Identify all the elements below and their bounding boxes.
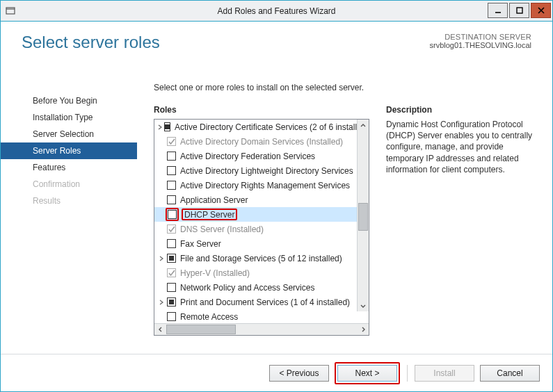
role-label: Print and Document Services (1 of 4 inst…: [180, 297, 350, 307]
role-label-highlight: DHCP Server: [182, 209, 237, 220]
scroll-up-icon[interactable]: [358, 120, 369, 131]
role-row[interactable]: Active Directory Federation Services: [154, 149, 369, 163]
role-checkbox-highlight: [166, 208, 179, 221]
role-row[interactable]: Active Directory Certificate Services (2…: [154, 120, 369, 134]
install-button: Install: [415, 365, 474, 382]
role-row[interactable]: Network Policy and Access Services: [154, 280, 369, 295]
role-checkbox: [167, 137, 176, 146]
wizard-window: Add Roles and Features Wizard Select ser…: [0, 0, 553, 392]
role-row[interactable]: Remote Access: [154, 309, 369, 323]
role-checkbox[interactable]: [167, 254, 176, 263]
expand-icon[interactable]: [157, 256, 166, 261]
role-checkbox: [167, 224, 176, 234]
titlebar: Add Roles and Features Wizard: [1, 1, 552, 22]
wizard-icon: [5, 6, 16, 17]
content-area: Select one or more roles to install on t…: [137, 83, 552, 354]
next-button[interactable]: Next >: [337, 365, 397, 382]
role-label: DNS Server (Installed): [180, 224, 264, 234]
main-area: Before You BeginInstallation TypeServer …: [1, 83, 552, 354]
nav-item-before-you-begin[interactable]: Before You Begin: [1, 92, 137, 109]
role-row[interactable]: Hyper-V (Installed): [154, 266, 369, 280]
nav-item-confirmation: Confirmation: [1, 176, 137, 193]
role-label: DHCP Server: [184, 210, 234, 220]
horizontal-scroll-track[interactable]: [166, 324, 357, 335]
description-column: Description Dynamic Host Configuration P…: [386, 105, 541, 336]
roles-column: Roles Active Directory Certificate Servi…: [154, 105, 369, 336]
role-row[interactable]: Fax Server: [154, 236, 369, 251]
role-checkbox[interactable]: [167, 195, 176, 204]
role-row[interactable]: Active Directory Lightweight Directory S…: [154, 163, 369, 178]
role-checkbox[interactable]: [164, 122, 170, 131]
nav-item-installation-type[interactable]: Installation Type: [1, 109, 137, 126]
scroll-right-icon[interactable]: [357, 324, 369, 335]
button-bar: < Previous Next > Install Cancel: [1, 354, 552, 391]
description-text: Dynamic Host Configuration Protocol (DHC…: [386, 119, 541, 175]
page-header: Select server roles DESTINATION SERVER s…: [1, 22, 552, 72]
wizard-nav: Before You BeginInstallation TypeServer …: [1, 83, 137, 354]
roles-listbox: Active Directory Certificate Services (2…: [154, 119, 369, 336]
role-checkbox[interactable]: [167, 166, 176, 175]
destination-label: DESTINATION SERVER: [429, 33, 531, 41]
role-label: Network Policy and Access Services: [180, 283, 314, 293]
role-label: File and Storage Services (5 of 12 insta…: [180, 254, 342, 263]
nav-item-features[interactable]: Features: [1, 159, 137, 176]
role-checkbox[interactable]: [167, 297, 176, 307]
role-checkbox[interactable]: [167, 283, 176, 292]
role-label: Active Directory Federation Services: [180, 152, 315, 161]
role-row[interactable]: Active Directory Domain Services (Instal…: [154, 134, 369, 149]
horizontal-scroll-thumb[interactable]: [166, 325, 236, 334]
role-checkbox[interactable]: [168, 210, 177, 219]
role-row[interactable]: DHCP Server: [154, 207, 369, 222]
role-checkbox[interactable]: [167, 239, 176, 248]
role-label: Active Directory Rights Management Servi…: [180, 181, 350, 190]
roles-header: Roles: [154, 105, 369, 115]
content-columns: Roles Active Directory Certificate Servi…: [154, 105, 541, 336]
nav-item-server-roles[interactable]: Server Roles: [1, 142, 137, 159]
role-row[interactable]: Active Directory Rights Management Servi…: [154, 178, 369, 193]
role-label: Active Directory Lightweight Directory S…: [180, 166, 353, 176]
nav-item-server-selection[interactable]: Server Selection: [1, 126, 137, 142]
role-label: Active Directory Certificate Services (2…: [175, 122, 369, 132]
role-row[interactable]: DNS Server (Installed): [154, 222, 369, 236]
window-controls: [488, 1, 552, 21]
role-checkbox: [167, 268, 176, 277]
role-checkbox[interactable]: [167, 152, 176, 161]
client-area: Select server roles DESTINATION SERVER s…: [1, 22, 552, 391]
description-header: Description: [386, 105, 541, 115]
role-label: Remote Access: [180, 312, 238, 322]
role-checkbox[interactable]: [167, 312, 176, 321]
svg-rect-0: [6, 8, 15, 14]
svg-rect-1: [517, 8, 522, 13]
vertical-scrollbar[interactable]: [357, 120, 369, 311]
destination-server: srvblog01.THESOLVING.local: [429, 41, 531, 49]
next-button-highlight: Next >: [335, 362, 400, 384]
roles-scroll-area[interactable]: Active Directory Certificate Services (2…: [154, 120, 369, 323]
role-row[interactable]: Print and Document Services (1 of 4 inst…: [154, 295, 369, 309]
role-label: Application Server: [180, 195, 248, 205]
cancel-button[interactable]: Cancel: [480, 365, 540, 382]
scroll-down-icon[interactable]: [358, 300, 369, 311]
close-button[interactable]: [531, 3, 551, 18]
nav-item-results: Results: [1, 193, 137, 209]
role-checkbox[interactable]: [167, 181, 176, 190]
expand-icon[interactable]: [157, 300, 166, 305]
role-label: Hyper-V (Installed): [180, 268, 250, 278]
button-separator: [407, 365, 408, 382]
maximize-button[interactable]: [509, 3, 529, 18]
minimize-button[interactable]: [488, 3, 508, 18]
instructions-text: Select one or more roles to install on t…: [154, 83, 541, 92]
previous-button[interactable]: < Previous: [269, 365, 329, 382]
expand-icon[interactable]: [157, 124, 163, 130]
scroll-left-icon[interactable]: [154, 324, 166, 335]
role-label: Active Directory Domain Services (Instal…: [180, 137, 343, 147]
role-row[interactable]: Application Server: [154, 193, 369, 207]
horizontal-scrollbar[interactable]: [154, 323, 369, 335]
destination-block: DESTINATION SERVER srvblog01.THESOLVING.…: [429, 33, 531, 49]
window-title: Add Roles and Features Wizard: [217, 6, 335, 16]
vertical-scroll-thumb[interactable]: [358, 203, 368, 231]
role-row[interactable]: File and Storage Services (5 of 12 insta…: [154, 251, 369, 266]
role-label: Fax Server: [180, 239, 221, 249]
